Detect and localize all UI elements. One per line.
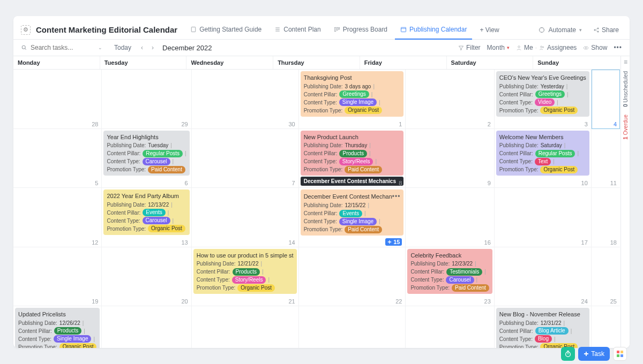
card-more-icon[interactable]: ••• — [392, 192, 401, 201]
field-label: Promotion Type: — [107, 165, 146, 173]
calendar-cell[interactable]: 11 — [592, 129, 620, 188]
calendar-cell[interactable]: 19 — [13, 247, 102, 307]
timer-fab[interactable] — [561, 347, 575, 348]
calendar-cell[interactable]: CEO's New Year's Eve GreetingsPublishing… — [495, 70, 592, 129]
calendar-cell[interactable]: New Product LaunchPublishing Date: Thurs… — [299, 129, 406, 188]
day-number: 9 — [488, 180, 491, 186]
task-card-new-product-launch[interactable]: New Product LaunchPublishing Date: Thurs… — [301, 131, 404, 176]
prev-month-button[interactable]: ‹ — [139, 44, 145, 51]
card-title: 2022 Year End Party Album — [107, 192, 179, 201]
field-label: Promotion Type: — [107, 225, 146, 233]
field-value: 12/23/22 — [452, 260, 473, 268]
task-card-year-end-highlights[interactable]: Year End HighlightsPublishing Date: Tues… — [103, 131, 189, 176]
task-card-thanksgiving[interactable]: Thanksgiving PostPublishing Date: 3 days… — [301, 71, 404, 117]
promotion-tag: Organic Post — [237, 284, 275, 292]
task-card-party-album[interactable]: 2022 Year End Party AlbumPublishing Date… — [103, 189, 189, 235]
calendar-cell[interactable] — [592, 306, 620, 348]
show-label: Show — [591, 44, 607, 51]
tab-progress-board[interactable]: Progress Board — [328, 20, 393, 40]
calendar-cell[interactable]: 20 — [102, 247, 191, 307]
share-button[interactable]: Share — [590, 24, 622, 36]
settings-icon[interactable]: ⚙ — [21, 25, 31, 35]
day-number: 7 — [292, 180, 295, 186]
day-number: 17 — [581, 239, 588, 246]
field-label: Promotion Type: — [18, 343, 57, 348]
calendar-cell[interactable]: 16 — [406, 188, 494, 247]
overflow-task-bar[interactable]: December Event Contest Mechanics — [301, 177, 404, 186]
task-card-how-to-use[interactable]: How to use our product in 5 simple stPub… — [193, 249, 297, 294]
rail-handle-icon[interactable]: ≡ — [624, 58, 627, 66]
calendar-cell[interactable]: 2022 Year End Party AlbumPublishing Date… — [102, 188, 191, 247]
filter-button[interactable]: Filter — [458, 44, 481, 51]
pillar-tag: Testimonials — [446, 268, 482, 276]
unscheduled-button[interactable]: 0 Unscheduled — [623, 69, 629, 109]
calendar-cell[interactable]: 30 — [406, 306, 494, 348]
calendar-cell[interactable]: Celebrity FeedbackPublishing Date: 12/23… — [406, 247, 494, 307]
task-card-dec-event[interactable]: December Event Contest Mechan•••Publishi… — [301, 189, 404, 236]
day-number: 19 — [92, 298, 98, 305]
people-icon — [539, 45, 545, 51]
day-number: 23 — [484, 298, 491, 305]
search-box[interactable]: ⌄ — [21, 44, 107, 51]
field-label: Promotion Type: — [304, 107, 343, 115]
view-mode-select[interactable]: Month ▾ — [487, 44, 510, 51]
day-header-row: Monday Tuesday Wednesday Thursday Friday… — [13, 56, 620, 70]
calendar-cell[interactable]: 22 — [299, 247, 406, 307]
calendar-cell[interactable]: 14 — [192, 188, 299, 247]
calendar-cell[interactable]: December Event Contest Mechan•••Publishi… — [299, 188, 406, 247]
me-filter-button[interactable]: Me · Assignees — [516, 44, 577, 51]
add-view-button[interactable]: + View — [474, 21, 504, 39]
field-label: Content Type: — [410, 276, 444, 284]
pillar-tag: Products — [233, 268, 260, 276]
more-menu-button[interactable]: ••• — [614, 44, 622, 51]
field-label: Content Pillar: — [304, 90, 338, 98]
today-button[interactable]: Today — [111, 43, 134, 52]
task-card-celebrity-feedback[interactable]: Celebrity FeedbackPublishing Date: 12/23… — [407, 249, 492, 294]
pillar-tag: Events — [143, 209, 166, 216]
day-number: 22 — [395, 298, 402, 305]
automate-button[interactable]: Automate ▾ — [533, 24, 587, 36]
field-label: Promotion Type: — [197, 284, 236, 292]
calendar-cell[interactable]: 5 — [13, 129, 102, 188]
svg-rect-0 — [191, 27, 196, 32]
calendar-cell[interactable]: Welcome New MembersPublishing Date: Satu… — [495, 129, 592, 188]
apps-fab[interactable] — [613, 347, 627, 348]
calendar-cell[interactable]: 2 — [406, 70, 494, 129]
task-card-updated-pricelists[interactable]: Updated PricelistsPublishing Date: 12/26… — [15, 308, 100, 348]
calendar-cell[interactable]: 27 — [102, 306, 191, 348]
calendar-cell[interactable]: Thanksgiving PostPublishing Date: 3 days… — [299, 70, 406, 129]
task-card-welcome-members[interactable]: Welcome New MembersPublishing Date: Satu… — [496, 131, 589, 176]
calendar-cell[interactable]: Year End HighlightsPublishing Date: Tues… — [102, 129, 191, 188]
calendar-cell[interactable]: 25 — [592, 247, 620, 307]
calendar-cell[interactable]: 29 — [299, 306, 406, 348]
next-month-button[interactable]: › — [149, 44, 156, 51]
calendar-cell[interactable]: 4 — [592, 70, 620, 129]
calendar-cell[interactable]: 30 — [192, 70, 299, 129]
show-button[interactable]: Show — [583, 44, 607, 51]
calendar-cell[interactable]: 7 — [192, 129, 299, 188]
overdue-button[interactable]: 1 Overdue — [623, 112, 629, 142]
day-header: Monday — [13, 56, 100, 69]
field-label: Content Pillar: — [499, 90, 533, 98]
calendar-cell[interactable]: 29 — [102, 70, 191, 129]
task-card-ceo-greetings[interactable]: CEO's New Year's Eve GreetingsPublishing… — [496, 71, 589, 117]
calendar-cell[interactable]: New Blog - November ReleasePublishing Da… — [495, 306, 592, 348]
calendar-cell[interactable]: 17 — [495, 188, 592, 247]
day-number: 5 — [95, 180, 98, 186]
new-task-fab[interactable]: Task — [578, 347, 610, 348]
calendar-cell[interactable]: How to use our product in 5 simple stPub… — [192, 247, 299, 307]
tab-content-plan[interactable]: Content Plan — [269, 20, 326, 40]
promotion-tag: Organic Post — [59, 343, 97, 348]
calendar-cell[interactable]: 9 — [406, 129, 494, 188]
search-input[interactable] — [31, 44, 95, 51]
task-card-new-blog[interactable]: New Blog - November ReleasePublishing Da… — [496, 308, 589, 348]
calendar-cell[interactable]: 24 — [495, 247, 592, 307]
calendar-cell[interactable]: 28 — [13, 70, 102, 129]
chevron-down-icon[interactable]: ⌄ — [98, 45, 102, 50]
calendar-cell[interactable]: 18 — [592, 188, 620, 247]
calendar-cell[interactable]: 28 — [192, 306, 299, 348]
tab-publishing-calendar[interactable]: Publishing Calendar — [395, 20, 472, 40]
calendar-cell[interactable]: 12 — [13, 188, 102, 247]
tab-getting-started[interactable]: Getting Started Guide — [185, 20, 267, 40]
calendar-cell[interactable]: Updated PricelistsPublishing Date: 12/26… — [13, 306, 102, 348]
